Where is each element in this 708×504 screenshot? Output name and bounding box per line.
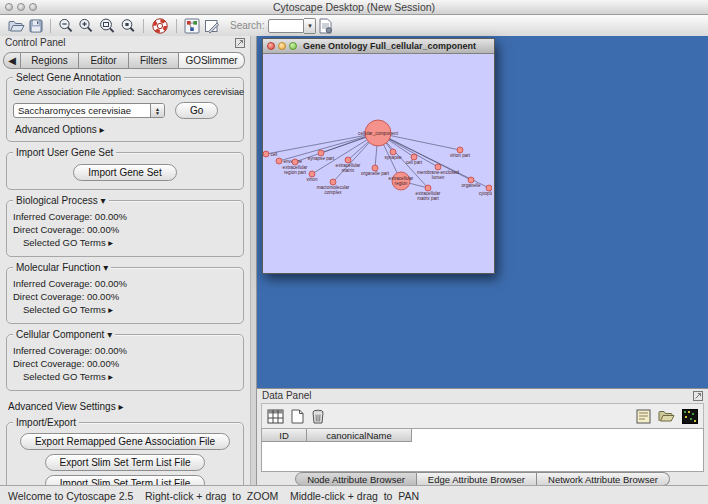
tab-scroll-left[interactable]: ◀ xyxy=(3,52,21,69)
zoom-fit-button[interactable] xyxy=(98,17,116,35)
tab-goslimmer[interactable]: GOSlimmer xyxy=(179,52,245,69)
float-icon xyxy=(235,38,245,48)
control-panel-tabs: ◀ Regions Editor Filters GOSlimmer xyxy=(3,52,247,69)
select-attributes-button[interactable] xyxy=(267,407,284,425)
graph-node-label: membrane-enclosedlumen xyxy=(417,170,459,180)
graph-node-macromolecular-complex[interactable] xyxy=(330,179,336,185)
graph-node-label: extracellularregion part xyxy=(283,165,308,175)
search-settings-button[interactable] xyxy=(318,17,333,35)
cellular-component-group: Cellular Component ▾ Inferred Coverage: … xyxy=(6,334,244,391)
graph-node-label: cell part xyxy=(406,160,423,165)
search-combobox: ▼ xyxy=(268,19,316,33)
annotation-button[interactable] xyxy=(204,17,220,35)
data-panel-title: Data Panel xyxy=(262,390,311,401)
tab-editor[interactable]: Editor xyxy=(79,52,129,69)
graph-node-virion[interactable] xyxy=(309,171,315,177)
titlebar: Cytoscape Desktop (New Session) xyxy=(0,0,708,15)
column-header-id[interactable]: ID xyxy=(262,429,307,442)
graph-node-label: virion part xyxy=(450,153,471,158)
search-input[interactable] xyxy=(268,19,304,33)
new-attribute-icon xyxy=(291,409,304,424)
zoom-in-button[interactable] xyxy=(78,17,94,35)
new-attribute-button[interactable] xyxy=(291,407,304,425)
graph-node-organelle[interactable] xyxy=(468,177,474,183)
matrix-button[interactable] xyxy=(682,407,698,425)
status-zoom-hint: Right-click + drag to ZOOM xyxy=(145,490,278,502)
inferred-coverage: Inferred Coverage: 00.00% xyxy=(13,211,237,222)
create-network-button[interactable] xyxy=(184,17,200,35)
selected-go-terms-toggle[interactable]: Selected GO Terms ▸ xyxy=(23,237,237,248)
go-button[interactable]: Go xyxy=(175,102,218,119)
annotation-icon xyxy=(204,18,220,34)
data-panel-header: Data Panel xyxy=(257,389,708,402)
network-canvas[interactable]: cellular_componentcellenvelopesynapse pa… xyxy=(263,54,494,273)
save-icon xyxy=(29,19,43,33)
graph-node-membrane-enclosed-lumen[interactable] xyxy=(435,164,441,170)
open-button[interactable] xyxy=(8,17,25,35)
advanced-view-settings-toggle[interactable]: Advanced View Settings ▸ xyxy=(8,401,242,412)
tab-regions[interactable]: Regions xyxy=(21,52,79,69)
selected-go-terms-toggle[interactable]: Selected GO Terms ▸ xyxy=(23,371,237,382)
toolbar-separator xyxy=(176,19,177,33)
search-dropdown-button[interactable]: ▼ xyxy=(304,18,316,34)
graph-node-extracellular-matrix-part[interactable] xyxy=(425,185,431,191)
table-icon xyxy=(267,409,284,424)
float-panel-button[interactable] xyxy=(693,391,703,401)
float-panel-button[interactable] xyxy=(235,38,245,48)
import-user-gene-set-group: Import User Gene Set Import Gene Set xyxy=(6,152,244,190)
load-attributes-button[interactable] xyxy=(658,407,675,425)
zoom-button[interactable] xyxy=(289,42,297,50)
export-slim-set-term-list-file-button[interactable]: Export Slim Set Term List File xyxy=(45,454,206,471)
close-button[interactable] xyxy=(267,42,275,50)
molecular-function-toggle[interactable]: Molecular Function ▾ xyxy=(13,262,111,273)
create-network-icon xyxy=(184,18,200,34)
export-remapped-gene-association-file-button[interactable]: Export Remapped Gene Association File xyxy=(20,433,230,450)
zoom-out-button[interactable] xyxy=(58,17,74,35)
minimize-button[interactable] xyxy=(278,42,286,50)
graph-node-virion-part[interactable] xyxy=(457,147,463,153)
graph-node-cell[interactable] xyxy=(263,151,269,157)
control-panel-header: Control Panel xyxy=(0,36,250,49)
status-bar: Welcome to Cytoscape 2.5 Right-click + d… xyxy=(0,485,708,504)
species-combobox[interactable]: Saccharomyces cerevisiae ▲▼ xyxy=(13,103,165,118)
tab-filters[interactable]: Filters xyxy=(129,52,179,69)
graph-node-cell-part[interactable] xyxy=(411,154,417,160)
zoom-selected-button[interactable] xyxy=(120,17,136,35)
graph-node-cytoplasm[interactable] xyxy=(486,185,492,191)
tab-edge-attribute-browser[interactable]: Edge Attribute Browser xyxy=(417,472,537,486)
status-welcome: Welcome to Cytoscape 2.5 xyxy=(8,490,133,502)
attribute-list-button[interactable] xyxy=(636,407,651,425)
help-button[interactable] xyxy=(151,17,169,35)
graph-node-synapse-part[interactable] xyxy=(318,150,324,156)
inferred-coverage: Inferred Coverage: 00.00% xyxy=(13,278,237,289)
graph-node-extracellular-matrix[interactable] xyxy=(345,157,351,163)
network-graph: cellular_componentcellenvelopesynapse pa… xyxy=(263,54,492,273)
column-header-canonicalname[interactable]: canonicalName xyxy=(307,429,412,442)
graph-node-label: synapse part xyxy=(308,156,335,161)
select-gene-annotation-group: Select Gene Annotation Gene Association … xyxy=(6,77,244,142)
group-title: Import User Gene Set xyxy=(13,147,116,158)
graph-node-envelope[interactable] xyxy=(276,158,282,164)
panel-splitter[interactable] xyxy=(250,36,257,486)
zoom-selected-icon xyxy=(120,18,136,34)
tab-network-attribute-browser[interactable]: Network Attribute Browser xyxy=(537,472,670,486)
attribute-table[interactable]: ID canonicalName xyxy=(261,428,704,472)
data-panel-toolbar xyxy=(261,403,704,429)
import-gene-set-button[interactable]: Import Gene Set xyxy=(73,164,176,181)
graph-node-synapse[interactable] xyxy=(390,149,396,155)
save-button[interactable] xyxy=(29,17,43,35)
graph-node-label: cytoplasm xyxy=(479,191,492,196)
cellular-component-toggle[interactable]: Cellular Component ▾ xyxy=(13,329,115,340)
network-window[interactable]: Gene Ontology Full_cellular_component ce… xyxy=(262,38,495,274)
graph-node-organelle-part[interactable] xyxy=(372,165,378,171)
folder-icon xyxy=(658,409,675,423)
attribute-list-icon xyxy=(636,409,651,424)
chevron-down-icon: ▼ xyxy=(307,23,313,29)
selected-go-terms-toggle[interactable]: Selected GO Terms ▸ xyxy=(23,304,237,315)
advanced-options-toggle[interactable]: Advanced Options ▸ xyxy=(15,124,237,135)
graph-node-extracellular-region-part[interactable] xyxy=(292,159,298,165)
tab-node-attribute-browser[interactable]: Node Attribute Browser xyxy=(295,472,417,486)
delete-attribute-button[interactable] xyxy=(311,407,325,425)
biological-process-toggle[interactable]: Biological Process ▾ xyxy=(13,195,109,206)
network-window-titlebar[interactable]: Gene Ontology Full_cellular_component xyxy=(263,39,494,54)
